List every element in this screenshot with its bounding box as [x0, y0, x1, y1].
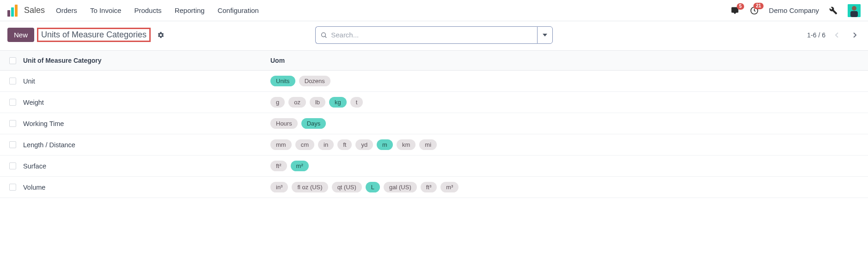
- uom-tag[interactable]: fl oz (US): [292, 182, 328, 192]
- nav-right: 5 21 Demo Company: [730, 4, 861, 17]
- uom-tag[interactable]: ft²: [270, 161, 287, 171]
- category-name: Weight: [23, 99, 44, 106]
- svg-rect-3: [850, 11, 858, 17]
- uom-tag[interactable]: yd: [355, 139, 373, 150]
- nav-item-products[interactable]: Products: [134, 6, 161, 14]
- uom-tag[interactable]: lb: [310, 97, 325, 108]
- activities-badge: 21: [753, 3, 763, 9]
- category-name: Volume: [23, 184, 45, 191]
- category-name: Surface: [23, 162, 46, 170]
- app-name[interactable]: Sales: [24, 6, 45, 15]
- category-name: Unit: [23, 78, 35, 85]
- uom-tags: in³fl oz (US)qt (US)Lgal (US)ft³m³: [270, 182, 859, 192]
- table-row[interactable]: Weightgozlbkgt: [0, 92, 868, 113]
- svg-point-2: [852, 6, 856, 11]
- row-checkbox[interactable]: [9, 78, 16, 84]
- activities-icon[interactable]: 21: [750, 6, 759, 15]
- debug-icon[interactable]: [829, 6, 837, 15]
- table-body: UnitUnitsDozensWeightgozlbkgtWorking Tim…: [0, 71, 868, 198]
- table-row[interactable]: Working TimeHoursDays: [0, 113, 868, 134]
- uom-tag[interactable]: m³: [440, 182, 458, 192]
- nav-menu: Orders To Invoice Products Reporting Con…: [56, 6, 259, 14]
- category-name: Working Time: [23, 120, 64, 127]
- uom-tag[interactable]: ft³: [421, 182, 437, 192]
- messages-badge: 5: [737, 3, 744, 10]
- row-checkbox[interactable]: [9, 120, 16, 127]
- uom-tag[interactable]: cm: [295, 139, 314, 150]
- nav-item-orders[interactable]: Orders: [56, 6, 77, 14]
- uom-tag[interactable]: t: [350, 97, 363, 108]
- new-button[interactable]: New: [7, 28, 34, 42]
- uom-tags: HoursDays: [270, 118, 859, 129]
- uom-tag[interactable]: qt (US): [332, 182, 362, 192]
- search-icon: [320, 31, 327, 39]
- uom-tag[interactable]: L: [366, 182, 380, 192]
- uom-tag[interactable]: kg: [329, 97, 347, 108]
- table-row[interactable]: UnitUnitsDozens: [0, 71, 868, 92]
- svg-line-5: [325, 36, 327, 37]
- search-input[interactable]: [331, 31, 532, 39]
- uom-tag[interactable]: gal (US): [384, 182, 417, 192]
- nav-item-to-invoice[interactable]: To Invoice: [90, 6, 122, 14]
- uom-tags: mmcminftydmkmmi: [270, 139, 859, 150]
- row-checkbox[interactable]: [9, 141, 16, 148]
- search-wrap: [315, 26, 553, 44]
- uom-tags: ft²m²: [270, 161, 859, 171]
- uom-tag[interactable]: mm: [270, 139, 292, 150]
- uom-tag[interactable]: mi: [419, 139, 437, 150]
- uom-tag[interactable]: m: [377, 139, 393, 150]
- select-all-checkbox[interactable]: [9, 57, 16, 64]
- navbar: Sales Orders To Invoice Products Reporti…: [0, 0, 868, 21]
- uom-tags: gozlbkgt: [270, 97, 859, 108]
- chevron-right-icon: [853, 32, 856, 38]
- uom-tag[interactable]: Hours: [270, 118, 298, 129]
- uom-tag[interactable]: Units: [270, 76, 295, 86]
- table-row[interactable]: Length / Distancemmcminftydmkmmi: [0, 134, 868, 156]
- uom-tag[interactable]: km: [397, 139, 416, 150]
- row-checkbox[interactable]: [9, 99, 16, 106]
- nav-item-reporting[interactable]: Reporting: [175, 6, 205, 14]
- control-panel: New Units of Measure Categories 1-6 / 6: [0, 21, 868, 50]
- company-selector[interactable]: Demo Company: [769, 6, 819, 14]
- breadcrumb-title: Units of Measure Categories: [37, 28, 151, 42]
- uom-tag[interactable]: in³: [270, 182, 288, 192]
- svg-point-4: [322, 32, 326, 36]
- app-logo-icon[interactable]: [7, 5, 18, 17]
- uom-tag[interactable]: m²: [291, 161, 309, 171]
- nav-item-configuration[interactable]: Configuration: [218, 6, 259, 14]
- row-checkbox[interactable]: [9, 162, 16, 169]
- uom-tag[interactable]: in: [318, 139, 334, 150]
- uom-tag[interactable]: Days: [301, 118, 326, 129]
- uom-tags: UnitsDozens: [270, 76, 859, 86]
- table-row[interactable]: Surfaceft²m²: [0, 156, 868, 177]
- list-view: Unit of Measure Category Uom UnitUnitsDo…: [0, 50, 868, 198]
- gear-icon[interactable]: [157, 31, 165, 39]
- chevron-down-icon: [543, 34, 547, 36]
- pager-next[interactable]: [849, 29, 861, 42]
- search-dropdown-toggle[interactable]: [537, 26, 553, 44]
- chevron-left-icon: [835, 32, 839, 38]
- row-checkbox[interactable]: [9, 184, 16, 191]
- user-avatar[interactable]: [848, 4, 861, 17]
- header-category[interactable]: Unit of Measure Category: [23, 57, 270, 64]
- table-row[interactable]: Volumein³fl oz (US)qt (US)Lgal (US)ft³m³: [0, 177, 868, 198]
- pager-prev[interactable]: [831, 29, 843, 42]
- uom-tag[interactable]: Dozens: [299, 76, 330, 86]
- search-box[interactable]: [315, 26, 537, 44]
- uom-tag[interactable]: ft: [337, 139, 352, 150]
- category-name: Length / Distance: [23, 141, 75, 149]
- table-header: Unit of Measure Category Uom: [0, 50, 868, 71]
- uom-tag[interactable]: oz: [288, 97, 306, 108]
- pager: 1-6 / 6: [807, 29, 861, 42]
- messages-icon[interactable]: 5: [730, 6, 740, 15]
- pager-text[interactable]: 1-6 / 6: [807, 31, 825, 39]
- uom-tag[interactable]: g: [270, 97, 285, 108]
- header-uom[interactable]: Uom: [270, 57, 859, 64]
